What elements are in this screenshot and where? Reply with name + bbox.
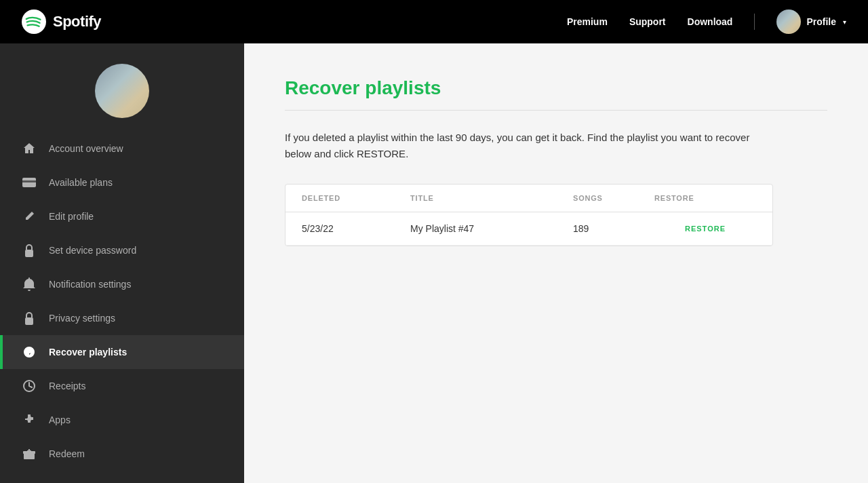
sidebar-avatar-section (0, 57, 244, 132)
avatar-image (776, 9, 801, 34)
table-header-songs: SONGS (573, 194, 654, 202)
home-icon (22, 141, 37, 156)
refresh-icon (22, 345, 37, 360)
table-header-restore: RESTORE (654, 194, 756, 202)
sidebar-item-account-overview[interactable]: Account overview (0, 132, 244, 166)
main-content: Recover playlists If you deleted a playl… (244, 43, 868, 483)
sidebar-item-apps[interactable]: Apps (0, 403, 244, 437)
table-cell-deleted: 5/23/22 (302, 223, 410, 234)
avatar (776, 9, 801, 34)
bell-icon (22, 277, 37, 292)
table-header-title: TITLE (410, 194, 573, 202)
svg-rect-2 (22, 180, 36, 182)
sidebar-item-set-device-password[interactable]: Set device password (0, 233, 244, 267)
sidebar-item-label: Edit profile (49, 211, 94, 222)
sidebar-item-redeem[interactable]: Redeem (0, 437, 244, 471)
sidebar-item-label: Available plans (49, 177, 113, 188)
profile-menu[interactable]: Profile ▾ (776, 9, 846, 34)
page-title: Recover playlists (285, 77, 827, 99)
sidebar-item-label: Recover playlists (49, 347, 127, 358)
page-divider (285, 110, 827, 111)
sidebar-item-label: Receipts (49, 381, 85, 391)
table-row: 5/23/22 My Playlist #47 189 RESTORE (285, 212, 772, 246)
pencil-icon (22, 209, 37, 224)
sidebar: Account overview Available plans Edit pr… (0, 43, 244, 483)
sidebar-item-available-plans[interactable]: Available plans (0, 166, 244, 199)
sidebar-item-label: Set device password (49, 245, 136, 256)
sidebar-avatar (95, 64, 149, 118)
table-cell-songs: 189 (573, 223, 654, 234)
nav-support[interactable]: Support (629, 16, 666, 27)
restore-button[interactable]: RESTORE (654, 225, 756, 233)
sidebar-item-label: Apps (49, 414, 71, 425)
table-header: DELETED TITLE SONGS RESTORE (285, 185, 772, 212)
sidebar-item-recover-playlists[interactable]: Recover playlists (0, 335, 244, 369)
sidebar-item-label: Account overview (49, 143, 123, 154)
sidebar-item-notification-settings[interactable]: Notification settings (0, 267, 244, 301)
table-cell-title: My Playlist #47 (410, 223, 573, 234)
svg-rect-4 (25, 317, 33, 325)
nav-divider (754, 14, 755, 30)
nav-download[interactable]: Download (688, 16, 733, 27)
sidebar-item-privacy-settings[interactable]: Privacy settings (0, 301, 244, 335)
sidebar-item-label: Notification settings (49, 279, 131, 290)
puzzle-icon (22, 412, 37, 427)
gift-icon (22, 446, 37, 461)
table-header-deleted: DELETED (302, 194, 410, 202)
spotify-wordmark: Spotify (53, 13, 101, 31)
lock2-icon (22, 311, 37, 326)
nav-links: Premium Support Download Profile ▾ (567, 9, 846, 34)
clock-icon (22, 379, 37, 393)
sidebar-item-edit-profile[interactable]: Edit profile (0, 199, 244, 233)
profile-label: Profile (806, 16, 836, 27)
page-description: If you deleted a playlist within the las… (285, 130, 773, 162)
card-icon (22, 175, 37, 190)
spotify-logo[interactable]: Spotify (22, 9, 101, 34)
sidebar-avatar-image (95, 64, 149, 118)
top-navigation: Spotify Premium Support Download Profile… (0, 0, 868, 43)
playlist-table: DELETED TITLE SONGS RESTORE 5/23/22 My P… (285, 184, 773, 246)
nav-premium[interactable]: Premium (567, 16, 608, 27)
lock-icon (22, 243, 37, 258)
body-layout: Account overview Available plans Edit pr… (0, 43, 868, 483)
sidebar-item-label: Privacy settings (49, 313, 115, 324)
sidebar-item-label: Redeem (49, 448, 85, 459)
chevron-down-icon: ▾ (843, 18, 846, 26)
sidebar-item-receipts[interactable]: Receipts (0, 369, 244, 403)
svg-rect-3 (25, 250, 33, 257)
spotify-logo-icon (22, 9, 46, 34)
